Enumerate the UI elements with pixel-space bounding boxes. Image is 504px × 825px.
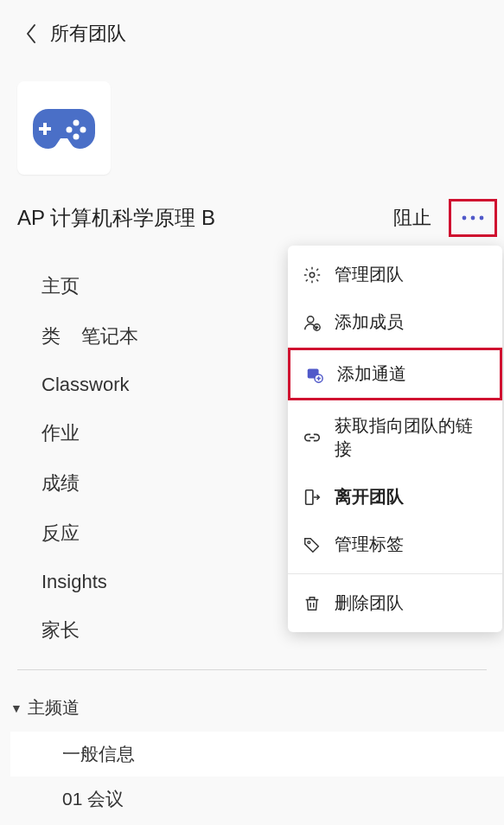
menu-label: 获取指向团队的链接: [335, 414, 488, 461]
back-navigation[interactable]: 所有团队: [0, 0, 504, 55]
back-label: 所有团队: [50, 21, 126, 47]
nav-grades-label: 成绩: [41, 470, 80, 496]
svg-rect-14: [306, 489, 313, 504]
gear-icon: [302, 265, 322, 285]
menu-label: 管理团队: [335, 263, 404, 286]
team-header: AP 计算机科学原理 B 阻止: [0, 175, 504, 237]
more-options-menu: 管理团队 添加成员 添加通道: [288, 246, 502, 632]
channel-add-icon: [304, 364, 325, 385]
menu-leave-team[interactable]: 离开团队: [288, 473, 502, 521]
menu-add-member[interactable]: 添加成员: [288, 298, 502, 346]
menu-add-channel[interactable]: 添加通道: [288, 348, 502, 400]
channel-item[interactable]: 02 问题: [62, 822, 504, 825]
svg-point-2: [73, 120, 80, 126]
nav-home-label: 主页: [41, 273, 80, 299]
nav-insights-label: Insights: [41, 571, 107, 593]
menu-divider: [288, 573, 502, 574]
svg-point-9: [309, 272, 315, 278]
channel-section-header[interactable]: ▼ 主频道: [10, 691, 504, 725]
channel-item-general[interactable]: 一般信息: [10, 732, 504, 777]
menu-get-link[interactable]: 获取指向团队的链接: [288, 402, 502, 473]
block-button[interactable]: 阻止: [393, 205, 431, 231]
svg-point-5: [67, 127, 73, 133]
nav-assignments-label: 作业: [41, 420, 80, 446]
svg-rect-1: [39, 127, 51, 131]
nav-notebook[interactable]: 笔记本: [81, 323, 138, 349]
team-avatar: [17, 81, 111, 175]
menu-label: 管理标签: [335, 533, 404, 556]
link-icon: [302, 427, 322, 448]
channel-section-label: 主频道: [28, 696, 80, 719]
channel-list: 一般信息 01 会议 02 问题 03 游戏共享: [10, 732, 504, 825]
channel-item[interactable]: 01 会议: [62, 777, 504, 822]
menu-label: 删除团队: [335, 592, 404, 615]
triangle-down-icon: ▼: [10, 701, 22, 715]
section-divider: [17, 669, 487, 670]
tag-icon: [302, 534, 322, 555]
channel-label: 一般信息: [62, 744, 135, 764]
menu-label: 添加通道: [337, 362, 406, 386]
nav-class[interactable]: 类: [41, 323, 61, 349]
person-add-icon: [302, 312, 322, 333]
more-options-button[interactable]: [449, 199, 497, 237]
trash-icon: [302, 593, 322, 614]
gamepad-icon: [31, 104, 97, 152]
chevron-left-icon: [24, 22, 38, 45]
svg-point-10: [308, 316, 314, 322]
svg-point-3: [80, 127, 86, 133]
menu-manage-tags[interactable]: 管理标签: [288, 521, 502, 568]
svg-point-4: [73, 134, 80, 140]
leave-icon: [302, 487, 322, 508]
channel-label: 01 会议: [62, 789, 124, 809]
more-horizontal-icon: [461, 214, 485, 221]
channel-section: ▼ 主频道 一般信息 01 会议 02 问题 03 游戏共享: [0, 691, 504, 825]
menu-label: 离开团队: [335, 485, 404, 508]
svg-point-15: [308, 540, 310, 543]
team-actions: 阻止: [393, 199, 497, 237]
menu-label: 添加成员: [335, 310, 404, 334]
nav-reflect-label: 反应: [41, 521, 80, 547]
nav-parents-label: 家长: [41, 617, 80, 643]
svg-point-6: [463, 216, 467, 221]
svg-point-7: [471, 216, 475, 221]
menu-delete-team[interactable]: 删除团队: [288, 579, 502, 627]
team-title: AP 计算机科学原理 B: [17, 204, 215, 232]
nav-classwork-label: Classwork: [41, 374, 129, 396]
menu-manage-team[interactable]: 管理团队: [288, 251, 502, 298]
svg-point-8: [480, 216, 484, 221]
